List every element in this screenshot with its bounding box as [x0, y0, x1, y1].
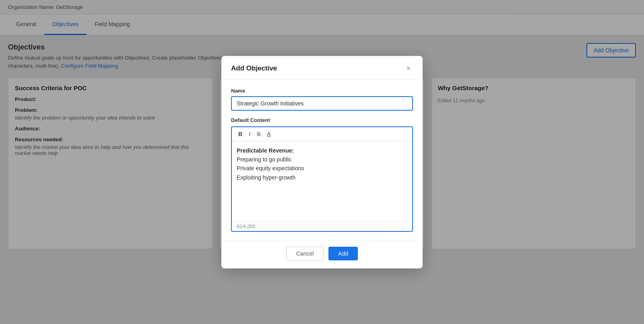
add-objective-modal: Add Objective × Name Default Content B I…: [221, 56, 423, 268]
editor-toolbar: B I S A: [232, 127, 412, 141]
cancel-button[interactable]: Cancel: [286, 247, 324, 260]
modal-footer: Cancel Add: [221, 240, 423, 268]
content-line-2: Private equity expectations: [237, 165, 304, 171]
italic-button[interactable]: I: [246, 130, 253, 138]
editor-content-area[interactable]: Predictable Revenue: Preparing to go pub…: [232, 141, 412, 222]
modal-header: Add Objective ×: [221, 56, 423, 80]
modal-title: Add Objective: [231, 64, 277, 72]
rich-text-editor: B I S A Predictable Revenue: Preparing t…: [231, 126, 413, 232]
underline-button[interactable]: A: [264, 130, 273, 138]
modal-overlay: Add Objective × Name Default Content B I…: [0, 0, 644, 324]
objective-name-input[interactable]: [231, 96, 413, 111]
name-label: Name: [231, 88, 413, 94]
content-line-3: Exploiting hyper-growth: [237, 174, 295, 181]
default-content-label: Default Content: [231, 117, 413, 123]
add-button[interactable]: Add: [328, 247, 358, 260]
char-count: 92/6,000: [232, 222, 412, 231]
content-line-1: Preparing to go public: [237, 156, 291, 163]
bold-button[interactable]: B: [236, 130, 245, 138]
content-bold-text: Predictable Revenue:: [237, 147, 294, 154]
modal-close-button[interactable]: ×: [404, 64, 413, 73]
strikethrough-button[interactable]: S: [254, 130, 263, 138]
modal-body: Name Default Content B I S A Predictable…: [221, 80, 423, 240]
